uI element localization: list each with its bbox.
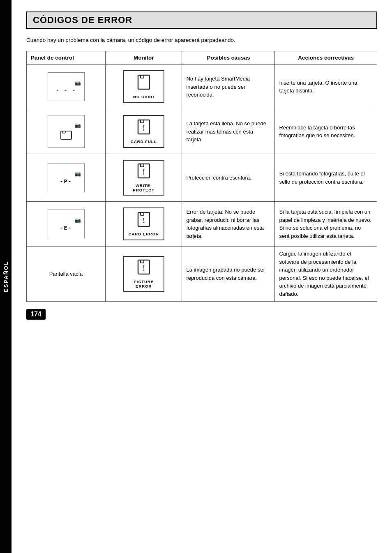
- cam-icon3: 📷: [75, 171, 81, 177]
- panel-symbol-write-protect: -P-: [60, 178, 72, 184]
- svg-text:!: !: [143, 168, 145, 176]
- panel-symbol-no-card: - - -: [56, 88, 76, 94]
- panel-inner: 📷 - - -: [31, 72, 101, 101]
- panel-cell-write-protect: 📷 -P-: [27, 154, 106, 202]
- panel-display-no-card: 📷 - - -: [48, 72, 85, 101]
- cam-icon4: 📷: [75, 217, 81, 223]
- causes-write-protect: Protección contra escritura.: [182, 154, 275, 202]
- header-monitor: Monitor: [106, 51, 182, 65]
- monitor-box-card-full: ! CARD FULL: [123, 115, 164, 148]
- svg-text:!: !: [143, 217, 145, 225]
- panel-display-card-full: 📷: [48, 115, 85, 148]
- page-title: CÓDIGOS DE ERROR: [33, 15, 132, 25]
- actions-card-error: Si la tarjeta está sucia, límpiela con u…: [275, 202, 377, 247]
- actions-no-card: Inserte una tarjeta. O inserte una tarje…: [275, 65, 377, 109]
- panel-inner: 📷: [31, 115, 101, 148]
- svg-rect-3: [62, 131, 65, 133]
- svg-text:!: !: [143, 264, 145, 272]
- monitor-icon-write-protect: !: [136, 163, 151, 182]
- monitor-icon-card-error: !: [136, 212, 151, 230]
- monitor-icon-no-card: [136, 74, 151, 93]
- panel-cell-card-error: 📷 -E-: [27, 202, 106, 247]
- monitor-label-card-error: CARD ERROR: [129, 232, 159, 236]
- monitor-cell-no-card: NO CARD: [106, 65, 182, 109]
- monitor-cell-card-full: ! CARD FULL: [106, 109, 182, 154]
- monitor-box-no-card: NO CARD: [123, 70, 164, 103]
- main-content: CÓDIGOS DE ERROR Cuando hay un problema …: [12, 0, 392, 553]
- write-protect-svg: !: [136, 163, 151, 180]
- monitor-box-picture-error: ! PICTURE ERROR: [123, 256, 164, 292]
- monitor-cell-write-protect: ! WRITE-PROTECT: [106, 154, 182, 202]
- table-row: 📷: [27, 109, 377, 154]
- card-full-monitor-svg: !: [136, 119, 151, 136]
- causes-card-full: La tarjeta está llena. No se puede reali…: [182, 109, 275, 154]
- panel-cell-card-full: 📷: [27, 109, 106, 154]
- card-full-svg: [60, 131, 72, 140]
- panel-label-picture-error: Pantalla vacía: [49, 271, 83, 277]
- panel-display-write-protect: 📷 -P-: [48, 164, 85, 192]
- table-row: 📷 -E- !: [27, 202, 377, 247]
- actions-write-protect: Si está tomando fotografías, quite el se…: [275, 154, 377, 202]
- monitor-box-card-error: ! CARD ERROR: [123, 207, 164, 240]
- causes-card-error: Error de tarjeta. No se puede grabar, re…: [182, 202, 275, 247]
- monitor-box-write-protect: ! WRITE-PROTECT: [123, 160, 164, 196]
- cam-icon: 📷: [75, 80, 81, 86]
- header-panel: Panel de control: [27, 51, 106, 65]
- side-label: ESPAÑOL: [0, 0, 12, 553]
- no-card-svg: [136, 74, 151, 91]
- page-title-box: CÓDIGOS DE ERROR: [26, 12, 377, 29]
- table-row: 📷 -P- !: [27, 154, 377, 202]
- causes-picture-error: La imagen grabada no puede ser reproduci…: [182, 247, 275, 302]
- footer: 174: [26, 309, 377, 320]
- svg-text:!: !: [143, 124, 145, 132]
- panel-inner: Pantalla vacía: [31, 271, 101, 277]
- picture-error-svg: !: [136, 259, 151, 276]
- monitor-label-picture-error: PICTURE ERROR: [127, 279, 160, 288]
- causes-no-card: No hay tarjeta SmartMedia insertada o no…: [182, 65, 275, 109]
- table-row: 📷 - - -: [27, 65, 377, 109]
- monitor-cell-card-error: ! CARD ERROR: [106, 202, 182, 247]
- monitor-icon-picture-error: !: [136, 259, 151, 278]
- monitor-cell-picture-error: ! PICTURE ERROR: [106, 247, 182, 302]
- panel-display-card-error: 📷 -E-: [48, 210, 85, 238]
- card-full-icon: [60, 131, 72, 141]
- header-causes: Posibles causas: [182, 51, 275, 65]
- intro-text: Cuando hay un problema con la cámara, un…: [26, 36, 377, 44]
- cam-icon2: 📷: [75, 122, 81, 128]
- page: ESPAÑOL CÓDIGOS DE ERROR Cuando hay un p…: [0, 0, 392, 553]
- panel-inner: 📷 -E-: [31, 210, 101, 238]
- panel-symbol-card-error: -E-: [60, 225, 72, 231]
- panel-cell-no-card: 📷 - - -: [27, 65, 106, 109]
- error-table: Panel de control Monitor Posibles causas…: [26, 51, 377, 302]
- panel-inner: 📷 -P-: [31, 164, 101, 192]
- actions-card-full: Reemplace la tarjeta o borre las fotogra…: [275, 109, 377, 154]
- card-error-svg: !: [136, 212, 151, 228]
- monitor-label-write-protect: WRITE-PROTECT: [127, 183, 160, 192]
- actions-picture-error: Cargue la imagen utilizando el software …: [275, 247, 377, 302]
- monitor-label-card-full: CARD FULL: [131, 139, 157, 144]
- header-actions: Acciones correctivas: [275, 51, 377, 65]
- table-row: Pantalla vacía ! P: [27, 247, 377, 302]
- panel-cell-picture-error: Pantalla vacía: [27, 247, 106, 302]
- page-number: 174: [26, 309, 46, 320]
- monitor-icon-card-full: !: [136, 119, 151, 138]
- monitor-label-no-card: NO CARD: [133, 94, 154, 99]
